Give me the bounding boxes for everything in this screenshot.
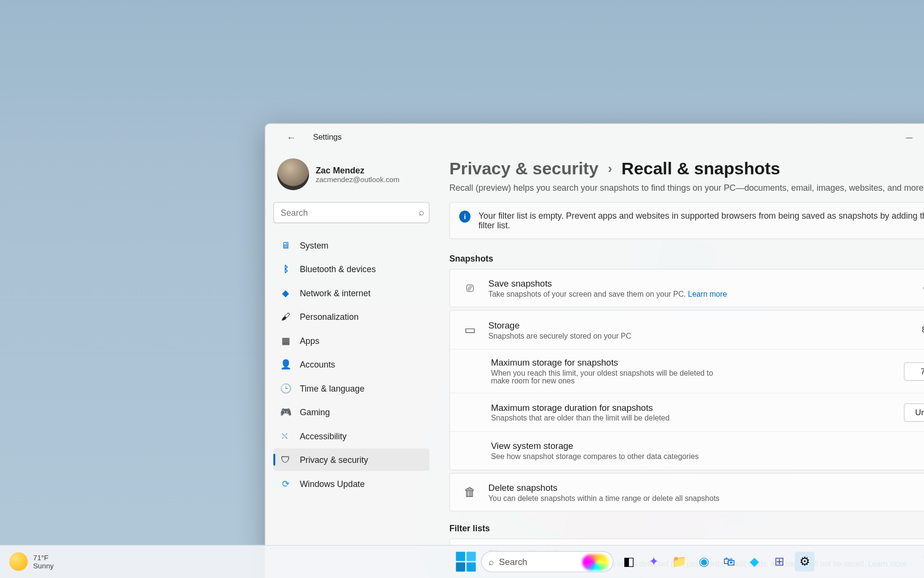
bluetooth-icon [280, 263, 292, 275]
save-snapshots-row: ⎚ Save snapshots Take snapshots of your … [449, 269, 924, 307]
weather-icon [9, 552, 28, 571]
storage-icon: ▭ [461, 323, 479, 337]
sidebar-item-accessibility[interactable]: Accessibility [273, 424, 430, 447]
sidebar-search: ⌕ [273, 202, 430, 223]
info-banner: i Your filter list is empty. Prevent app… [449, 202, 924, 239]
delete-snapshots-row[interactable]: 🗑 Delete snapshots You can delete snapsh… [449, 473, 924, 512]
minimize-button[interactable] [894, 127, 924, 147]
settings-window: Settings Zac Mendez zacmendez@outlook.co… [265, 123, 924, 578]
gaming-icon [280, 406, 292, 418]
filter-lists-heading: Filter lists [449, 523, 924, 533]
breadcrumb-parent[interactable]: Privacy & security [449, 158, 599, 179]
sidebar-item-privacy-security[interactable]: Privacy & security [273, 448, 430, 471]
save-learn-more-link[interactable]: Learn more [688, 290, 727, 298]
info-text: Your filter list is empty. Prevent apps … [478, 210, 924, 230]
personalization-icon [280, 311, 292, 323]
sidebar-item-network[interactable]: Network & internet [273, 281, 430, 304]
search-icon: ⌕ [419, 207, 424, 217]
copilot-app-button[interactable]: ◆ [744, 552, 764, 572]
minimize-icon [906, 132, 912, 142]
storage-value: 8.4 GB [922, 325, 924, 334]
shield-icon [280, 454, 292, 466]
sidebar-item-system[interactable]: System [273, 234, 430, 256]
chevron-right-icon: › [608, 161, 612, 176]
avatar [277, 158, 309, 190]
main-content: Privacy & security › Recall & snapshots … [437, 150, 924, 578]
breadcrumb: Privacy & security › Recall & snapshots [449, 158, 924, 179]
windows-update-icon [280, 477, 292, 489]
profile-block[interactable]: Zac Mendez zacmendez@outlook.com [273, 154, 430, 194]
back-button[interactable] [276, 127, 306, 147]
storage-group: ▭ Storage Snapshots are securely stored … [449, 310, 924, 471]
search-highlight-icon [582, 554, 609, 570]
network-icon [280, 287, 292, 299]
max-duration-row: Maximum storage duration for snapshots S… [450, 393, 924, 431]
page-subtext: Recall (preview) helps you search your s… [449, 183, 924, 193]
teams-button[interactable]: ⊞ [770, 552, 789, 572]
titlebar: Settings [265, 124, 924, 150]
max-storage-row: Maximum storage for snapshots When you r… [450, 349, 924, 393]
sidebar-item-apps[interactable]: Apps [273, 329, 430, 352]
taskbar: 71°F Sunny ⌕ Search ◧ ✦ 📁 ◉ 🛍 ◆ ⊞ ⚙ ^ ⚙ … [0, 545, 924, 578]
camera-icon: ⎚ [461, 281, 479, 295]
task-view-button[interactable]: ◧ [619, 552, 639, 572]
trash-icon: 🗑 [461, 485, 479, 499]
profile-email: zacmendez@outlook.com [316, 175, 399, 184]
max-storage-dropdown[interactable]: 75 GB [904, 362, 924, 381]
info-icon: i [459, 210, 471, 223]
snapshots-heading: Snapshots [449, 254, 924, 264]
page-title: Recall & snapshots [621, 158, 780, 179]
start-button[interactable] [456, 552, 475, 572]
search-icon: ⌕ [488, 557, 494, 567]
sidebar-item-personalization[interactable]: Personalization [273, 305, 430, 328]
profile-name: Zac Mendez [316, 165, 399, 175]
sidebar-item-bluetooth[interactable]: Bluetooth & devices [273, 258, 430, 280]
system-icon [280, 239, 292, 251]
view-system-storage-row[interactable]: View system storage See how snapshot sto… [450, 431, 924, 470]
max-duration-dropdown[interactable]: Unlimited [904, 403, 924, 422]
time-icon [280, 382, 292, 394]
edge-button[interactable]: ◉ [694, 552, 714, 572]
taskbar-search[interactable]: ⌕ Search [481, 551, 614, 572]
accounts-icon [280, 358, 292, 370]
apps-icon [280, 334, 292, 346]
window-title: Settings [313, 132, 342, 142]
sidebar-item-windows-update[interactable]: Windows Update [273, 472, 430, 495]
settings-taskbar-button[interactable]: ⚙ [795, 552, 814, 572]
sidebar-item-time-language[interactable]: Time & language [273, 377, 430, 399]
storage-row[interactable]: ▭ Storage Snapshots are securely stored … [450, 311, 924, 349]
weather-widget[interactable]: 71°F Sunny [9, 552, 53, 571]
sidebar-item-gaming[interactable]: Gaming [273, 401, 430, 423]
accessibility-icon [280, 430, 292, 442]
search-input[interactable] [273, 202, 430, 223]
save-snapshots-title: Save snapshots [488, 278, 914, 289]
file-explorer-button[interactable]: 📁 [669, 552, 689, 572]
sidebar-item-accounts[interactable]: Accounts [273, 353, 430, 376]
store-button[interactable]: 🛍 [719, 552, 739, 572]
copilot-button[interactable]: ✦ [644, 552, 664, 572]
back-icon [286, 132, 295, 143]
sidebar: Zac Mendez zacmendez@outlook.com ⌕ Syste… [265, 150, 437, 578]
